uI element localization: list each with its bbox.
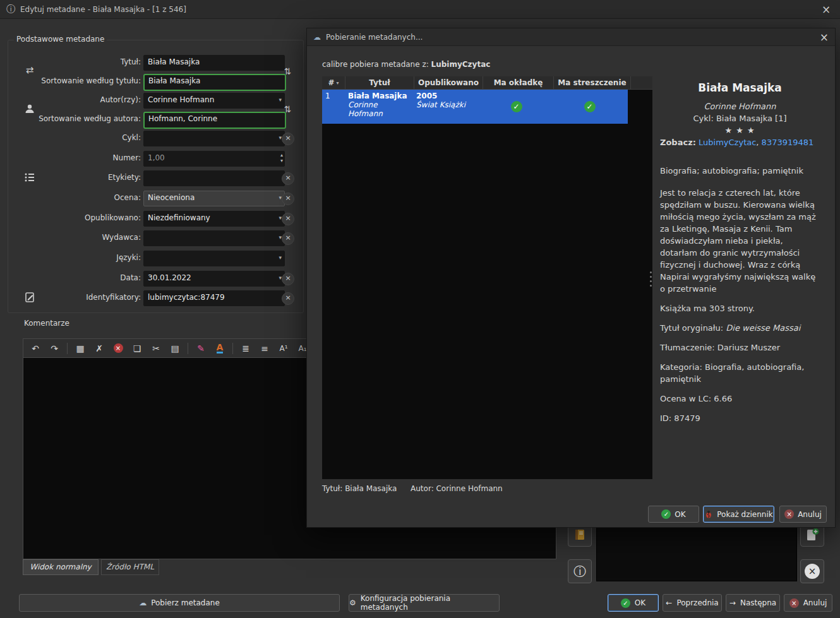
brush-icon: ✎ [197,343,205,354]
clear-published-button[interactable]: × [282,213,294,225]
configure-metadata-button[interactable]: ⚙ Konfiguracja pobierania metadanych [349,594,500,612]
dialog-title: Pobieranie metadanych... [326,33,423,42]
table-row[interactable]: 1 Biała Masajka Corinne Hofmann 2005 Świ… [322,90,652,124]
ok-button[interactable]: ✓ OK [608,594,659,612]
date-label: Data: [32,271,141,285]
authors-combo[interactable]: Corinne Hofmann ▾ [143,93,285,109]
cover-comments-area[interactable] [596,522,797,581]
remove-x-icon: × [805,564,820,579]
clear-rating-button[interactable]: × [282,193,294,205]
rating-label: Ocena: [32,191,141,205]
toolbar-separator [188,343,188,354]
details-translation: Tłumaczenie: Dariusz Muszer [660,342,820,354]
swap-title-author-button[interactable]: ⇄ [23,63,37,77]
swap-author-sort-button[interactable]: ⇅ [281,101,294,117]
tags-input[interactable] [143,170,285,186]
published-label: Opublikowano: [32,211,141,225]
gear-icon: ⚙ [349,598,356,607]
rating-stars: ★ ★ ★ [660,124,820,136]
redo-button[interactable]: ↷ [45,340,63,357]
source-link[interactable]: LubimyCzytac [699,138,756,147]
details-rating: Ocena w LC: 6.66 [660,393,820,405]
cancel-x-icon: × [784,509,794,519]
header-has-cover[interactable]: Ma okładkę [483,76,554,90]
paste-identifiers-button[interactable] [23,290,37,304]
cut-icon: ✂ [152,343,160,354]
previous-button[interactable]: ← Poprzednia [663,594,722,612]
number-spinbox[interactable]: 1,00 ▴ ▾ [143,151,285,167]
row-title: Biała Masajka [348,92,410,100]
authors-value: Corinne Hofmann [148,95,214,104]
row-author: Corinne Hofmann [348,100,410,118]
tab-normal-view[interactable]: Widok normalny [23,559,99,575]
show-log-button[interactable]: Pokaż dziennik [703,506,774,523]
languages-combo[interactable]: ▾ [143,251,285,266]
title-label: Tytuł: [32,55,141,69]
title-sort-input[interactable]: Biała Masajka [143,74,286,91]
add-book-icon [805,527,820,542]
next-button[interactable]: → Następna [726,594,780,612]
select-all-button[interactable]: ▦ [71,340,89,357]
info-circle-icon: ⓘ [573,563,586,580]
edit-tags-button[interactable] [23,170,37,184]
identifiers-input[interactable]: lubimyczytac:87479 [143,290,285,306]
copy-button[interactable]: ❏ [128,340,146,357]
series-label: Cykl: [32,131,141,145]
bullet-list-button[interactable]: ≡ [256,340,273,357]
background-color-button[interactable]: A [211,340,229,357]
published-value: Niezdefiniowany [148,213,210,222]
spin-up-icon[interactable]: ▴ [280,152,283,158]
foreground-color-button[interactable]: ✎ [192,340,210,357]
clear-publisher-button[interactable]: × [282,232,294,245]
dialog-close-button[interactable]: × [820,31,829,44]
date-combo[interactable]: 30.01.2022 ▾ [143,271,285,287]
splitter-handle[interactable] [650,271,652,287]
header-num[interactable]: # ▾ [322,76,345,90]
clear-date-button[interactable]: × [282,273,294,285]
clear-series-button[interactable]: × [282,133,294,145]
paste-button[interactable]: ▤ [166,340,184,357]
superscript-button[interactable]: A¹ [275,340,292,357]
header-has-summary[interactable]: Ma streszczenie [554,76,631,90]
spin-down-icon[interactable]: ▾ [280,158,283,163]
published-combo[interactable]: Niezdefiniowany ▾ [143,211,285,227]
remove-formatting-button[interactable]: ✗ [90,340,108,357]
check-icon: ✓ [621,598,630,608]
ordered-list-button[interactable]: ≣ [237,340,255,357]
clear-identifiers-button[interactable]: × [282,292,294,305]
cut-button[interactable]: ✂ [147,340,165,357]
header-title[interactable]: Tytuł [345,76,414,90]
author-sort-input[interactable]: Hofmann, Corinne [143,112,286,129]
download-metadata-button[interactable]: ☁ Pobierz metadane [19,594,340,612]
swap-title-sort-button[interactable]: ⇅ [281,63,294,80]
window-close-button[interactable]: × [819,3,834,16]
dialog-ok-button[interactable]: ✓ OK [648,506,699,523]
rating-combo[interactable]: Nieoceniona ▾ [143,191,285,206]
spinner-arrows-icon[interactable]: ▴ ▾ [280,152,283,163]
cancel-button[interactable]: × Anuluj [784,594,832,612]
series-combo[interactable]: ▾ [143,131,285,146]
details-pages: Książka ma 303 strony. [660,302,820,314]
undo-icon: ↶ [32,343,39,354]
bug-icon [704,510,713,519]
chevron-down-icon[interactable]: ▾ [279,251,282,264]
book-details-panel[interactable]: Biała Masajka Corinne Hofmann Cykl: Biał… [654,76,836,479]
title-input[interactable]: Biała Masajka [143,55,285,71]
tab-html-source[interactable]: Źródło HTML [101,559,159,575]
cover-info-button[interactable]: ⓘ [568,559,592,583]
dialog-cancel-button[interactable]: × Anuluj [779,506,827,523]
row-num: 1 [325,92,342,100]
remove-formatting-icon: ✗ [95,343,103,354]
author-sort-label: Sortowanie według autora: [32,112,141,126]
remove-format-button[interactable]: × [800,559,824,583]
clear-tags-button[interactable]: × [282,172,294,185]
undo-button[interactable]: ↶ [27,340,44,357]
authors-label: Autor(rzy): [32,93,141,107]
clear-button[interactable]: × [109,340,127,357]
number-value: 1,00 [148,153,165,162]
book-id-link[interactable]: 8373919481 [762,138,814,147]
identifiers-label: Identyfikatory: [32,290,141,305]
publisher-combo[interactable]: ▾ [143,230,285,246]
header-published[interactable]: Opublikowano [414,76,483,90]
manage-authors-button[interactable] [23,102,37,116]
